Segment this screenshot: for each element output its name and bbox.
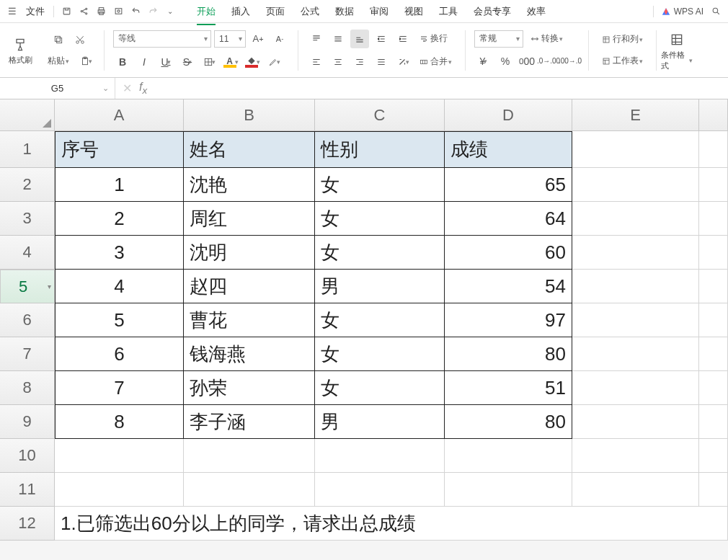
row-header[interactable]: 8 <box>0 371 55 405</box>
file-menu[interactable]: 文件 <box>22 5 49 18</box>
cell[interactable] <box>315 473 445 507</box>
cell[interactable] <box>699 131 728 168</box>
print-icon[interactable] <box>93 4 109 19</box>
cell[interactable]: 女 <box>315 303 445 337</box>
cell[interactable]: 80 <box>445 405 572 439</box>
decrease-font-icon[interactable]: A- <box>270 30 289 48</box>
cell[interactable] <box>699 168 728 202</box>
align-center-icon[interactable] <box>329 53 347 71</box>
cell[interactable]: 1.已筛选出60分以上的同学，请求出总成绩 <box>55 507 728 541</box>
conditional-format-button[interactable]: 条件格式▾ <box>661 27 693 74</box>
row-header[interactable]: 10 <box>0 439 55 473</box>
cell[interactable]: 女 <box>315 168 445 202</box>
spreadsheet-grid[interactable]: A B C D E 1 序号 姓名 性别 成绩 2 1 沈艳 女 65 3 2 … <box>0 99 728 541</box>
row-header[interactable]: 5 <box>0 270 55 303</box>
cell[interactable] <box>699 236 728 270</box>
copy-icon[interactable] <box>49 30 68 49</box>
tab-member[interactable]: 会员专享 <box>466 2 518 21</box>
cell[interactable]: 女 <box>315 337 445 371</box>
row-header[interactable]: 11 <box>0 473 55 507</box>
cell[interactable] <box>184 439 315 473</box>
cell[interactable]: 3 <box>55 236 184 270</box>
cell[interactable]: 沈艳 <box>184 168 315 202</box>
cell[interactable]: 女 <box>315 371 445 405</box>
row-header[interactable]: 1 <box>0 131 55 168</box>
cell[interactable] <box>55 473 184 507</box>
merge-button[interactable]: 合并▾ <box>415 53 456 71</box>
search-icon[interactable] <box>708 4 724 19</box>
format-painter-button[interactable]: 格式刷 <box>4 27 36 74</box>
tab-view[interactable]: 视图 <box>397 2 430 21</box>
cell[interactable]: 女 <box>315 202 445 236</box>
convert-button[interactable]: 转换▾ <box>526 30 567 48</box>
row-header[interactable]: 6 <box>0 303 55 337</box>
tab-tools[interactable]: 工具 <box>432 2 465 21</box>
row-header[interactable]: 3 <box>0 202 55 236</box>
cell[interactable]: 64 <box>445 202 572 236</box>
col-header-E[interactable]: E <box>572 99 699 131</box>
redo-icon[interactable] <box>145 4 161 19</box>
more-dropdown-icon[interactable]: ⌄ <box>162 4 178 19</box>
cancel-formula-icon[interactable]: ✕ <box>123 81 132 95</box>
cut-icon[interactable] <box>71 30 89 49</box>
name-box[interactable]: G5⌄ <box>0 78 115 99</box>
cell[interactable] <box>699 405 728 439</box>
cell[interactable]: 51 <box>445 371 572 405</box>
cell[interactable] <box>572 131 699 168</box>
highlight-icon[interactable]: ▾ <box>265 53 283 71</box>
col-header-extra[interactable] <box>699 99 728 131</box>
underline-icon[interactable]: U▾ <box>156 53 175 71</box>
cell[interactable] <box>572 168 699 202</box>
cell[interactable] <box>572 405 699 439</box>
cell[interactable] <box>445 473 572 507</box>
cell[interactable]: 1 <box>55 168 184 202</box>
bold-icon[interactable]: B <box>113 53 132 71</box>
font-name-select[interactable]: 等线 <box>113 30 211 48</box>
cell[interactable] <box>55 439 184 473</box>
cell[interactable]: 姓名 <box>184 131 315 168</box>
paste-button[interactable]: 粘贴▾ <box>43 53 74 70</box>
font-size-select[interactable]: 11 <box>214 30 246 48</box>
tab-formula[interactable]: 公式 <box>293 2 327 21</box>
cell[interactable]: 男 <box>315 405 445 439</box>
cell[interactable]: 6 <box>55 337 184 371</box>
cell[interactable] <box>572 303 699 337</box>
tab-page[interactable]: 页面 <box>259 2 292 21</box>
cell[interactable] <box>572 270 699 303</box>
formula-input[interactable] <box>154 78 728 99</box>
hamburger-icon[interactable]: ☰ <box>4 4 20 19</box>
increase-decimal-icon[interactable]: .0→.00 <box>539 52 558 71</box>
fx-icon[interactable]: fx <box>139 81 147 96</box>
cell[interactable]: 97 <box>445 303 572 337</box>
cell[interactable]: 赵四 <box>184 270 315 303</box>
row-header[interactable]: 12 <box>0 507 55 541</box>
share-icon[interactable] <box>76 4 92 19</box>
increase-indent-icon[interactable] <box>394 30 412 48</box>
tab-start[interactable]: 开始 <box>190 2 223 21</box>
cell[interactable] <box>572 337 699 371</box>
tab-insert[interactable]: 插入 <box>224 2 257 21</box>
row-header[interactable]: 4 <box>0 236 55 270</box>
font-color-icon[interactable]: A▾ <box>221 53 240 71</box>
wps-ai-button[interactable]: WPS AI <box>658 6 706 17</box>
cell[interactable] <box>699 303 728 337</box>
cell[interactable]: 7 <box>55 371 184 405</box>
clipboard-icon[interactable]: ▾ <box>76 52 95 71</box>
cell[interactable]: 孙荣 <box>184 371 315 405</box>
col-header-A[interactable]: A <box>55 99 184 131</box>
preview-icon[interactable] <box>110 4 126 19</box>
cell[interactable] <box>184 473 315 507</box>
cell[interactable]: 周红 <box>184 202 315 236</box>
align-left-icon[interactable] <box>307 53 326 71</box>
fill-color-icon[interactable]: ▾ <box>243 53 262 71</box>
cell[interactable]: 4 <box>55 270 184 303</box>
tab-data[interactable]: 数据 <box>328 2 361 21</box>
align-middle-icon[interactable] <box>329 30 347 48</box>
currency-icon[interactable]: ¥▾ <box>474 52 493 71</box>
decrease-decimal-icon[interactable]: .00→.0 <box>561 52 580 71</box>
cell[interactable] <box>699 270 728 303</box>
cell[interactable]: 钱海燕 <box>184 337 315 371</box>
percent-icon[interactable]: % <box>496 52 515 71</box>
cell[interactable] <box>572 202 699 236</box>
align-right-icon[interactable] <box>350 53 369 71</box>
